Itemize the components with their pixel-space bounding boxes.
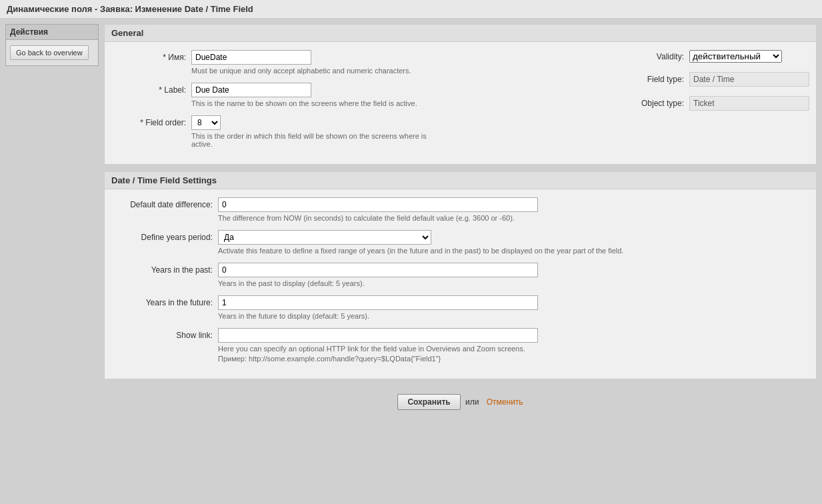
define-years-select[interactable]: Да Нет xyxy=(218,230,431,245)
object-type-label: Object type: xyxy=(629,99,689,108)
or-text: или xyxy=(465,397,479,407)
define-years-row: Define years period: Да Нет Activate thi… xyxy=(111,230,809,255)
datetime-section-header: Date / Time Field Settings xyxy=(105,172,816,189)
years-past-label: Years in the past: xyxy=(111,263,218,275)
go-back-button[interactable]: Go back to overview xyxy=(10,45,89,60)
datetime-section: Date / Time Field Settings Default date … xyxy=(104,171,817,379)
label-field: This is the name to be shown on the scre… xyxy=(191,83,603,107)
name-row: * Имя: Must be unique and only accept al… xyxy=(111,50,603,75)
page-title: Динамические поля - Заявка: Изменение Da… xyxy=(0,0,822,19)
field-type-value: Date / Time xyxy=(689,72,809,87)
label-input[interactable] xyxy=(191,83,311,97)
sidebar: Действия Go back to overview xyxy=(5,24,99,415)
field-order-hint: This is the order in which this field wi… xyxy=(191,132,431,148)
show-link-hint2: Пример: http://some.example.com/handle?q… xyxy=(218,355,645,363)
sidebar-section-title: Действия xyxy=(5,24,99,40)
show-link-input[interactable] xyxy=(218,328,538,343)
show-link-field: Here you can specify an optional HTTP li… xyxy=(218,328,809,363)
label-hint: This is the name to be shown on the scre… xyxy=(191,99,431,107)
show-link-hint: Here you can specify an optional HTTP li… xyxy=(218,345,645,353)
years-future-row: Years in the future: Years in the future… xyxy=(111,295,809,320)
define-years-label: Define years period: xyxy=(111,230,218,242)
years-past-hint: Years in the past to display (default: 5… xyxy=(218,279,645,287)
show-link-label: Show link: xyxy=(111,328,218,340)
main-content: General * Имя: Must be unique and only a… xyxy=(104,24,817,415)
define-years-field: Да Нет Activate this feature to define a… xyxy=(218,230,809,255)
left-fields: * Имя: Must be unique and only accept al… xyxy=(111,50,603,156)
right-fields: Validity: действительный недействительны… xyxy=(629,50,809,111)
name-input[interactable] xyxy=(191,50,311,65)
field-order-label: * Field order: xyxy=(111,115,191,127)
name-field: Must be unique and only accept alphabeti… xyxy=(191,50,603,75)
years-future-input[interactable] xyxy=(218,295,538,310)
years-future-label: Years in the future: xyxy=(111,295,218,307)
label-row: * Label: This is the name to be shown on… xyxy=(111,83,603,107)
years-past-field: Years in the past to display (default: 5… xyxy=(218,263,809,287)
object-type-value: Ticket xyxy=(689,96,809,111)
save-button[interactable]: Сохранить xyxy=(397,394,460,410)
default-date-diff-row: Default date difference: The difference … xyxy=(111,197,809,222)
years-past-input[interactable] xyxy=(218,263,538,277)
field-order-row: * Field order: 8 123 456 7910 This is th… xyxy=(111,115,603,148)
default-date-diff-label: Default date difference: xyxy=(111,197,218,209)
validity-select[interactable]: действительный недействительный xyxy=(689,50,782,63)
validity-row: Validity: действительный недействительны… xyxy=(629,50,809,63)
years-future-field: Years in the future to display (default:… xyxy=(218,295,809,320)
default-date-diff-hint: The difference from NOW (in seconds) to … xyxy=(218,214,645,222)
general-section: General * Имя: Must be unique and only a… xyxy=(104,24,817,165)
define-years-hint: Activate this feature to define a fixed … xyxy=(218,247,645,255)
field-order-field: 8 123 456 7910 This is the order in whic… xyxy=(191,115,603,148)
field-type-label: Field type: xyxy=(629,75,689,84)
field-type-row: Field type: Date / Time xyxy=(629,72,809,87)
sidebar-content: Go back to overview xyxy=(5,40,99,66)
object-type-row: Object type: Ticket xyxy=(629,96,809,111)
name-label: * Имя: xyxy=(111,50,191,62)
cancel-link[interactable]: Отменить xyxy=(487,397,523,407)
years-past-row: Years in the past: Years in the past to … xyxy=(111,263,809,287)
general-section-body: * Имя: Must be unique and only accept al… xyxy=(105,42,816,164)
default-date-diff-input[interactable] xyxy=(218,197,538,212)
show-link-row: Show link: Here you can specify an optio… xyxy=(111,328,809,363)
general-section-header: General xyxy=(105,25,816,42)
datetime-section-body: Default date difference: The difference … xyxy=(105,189,816,379)
years-future-hint: Years in the future to display (default:… xyxy=(218,312,645,320)
name-hint: Must be unique and only accept alphabeti… xyxy=(191,67,431,75)
footer-buttons: Сохранить или Отменить xyxy=(104,386,817,415)
default-date-diff-field: The difference from NOW (in seconds) to … xyxy=(218,197,809,222)
field-order-select[interactable]: 8 123 456 7910 xyxy=(191,115,221,130)
validity-label: Validity: xyxy=(629,52,689,61)
label-label: * Label: xyxy=(111,83,191,95)
